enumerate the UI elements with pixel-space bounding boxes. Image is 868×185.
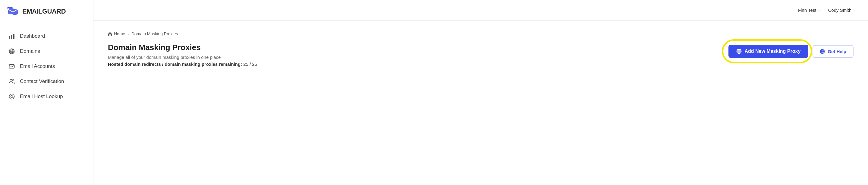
svg-rect-2 (13, 34, 14, 39)
sidebar-item-dashboard[interactable]: Dashboard (0, 29, 93, 44)
workspace-name: Finn Test (798, 7, 816, 13)
envelope-icon (8, 63, 15, 70)
svg-point-12 (11, 96, 13, 98)
globe-add-icon (736, 49, 742, 54)
home-icon (108, 32, 112, 36)
sidebar-item-email-accounts[interactable]: Email Accounts (0, 59, 93, 74)
sidebar-item-email-host-lookup-label: Email Host Lookup (20, 94, 63, 100)
breadcrumb-current: Domain Masking Proxies (131, 31, 178, 36)
svg-point-11 (9, 94, 14, 99)
page-title: Domain Masking Proxies (108, 43, 257, 52)
page-remaining: Hosted domain redirects / domain masking… (108, 61, 257, 67)
sidebar-item-contact-verification[interactable]: Contact Verification (0, 74, 93, 89)
remaining-label: Hosted domain redirects / domain masking… (108, 61, 242, 67)
breadcrumb-home-label: Home (114, 31, 125, 36)
help-globe-icon (820, 49, 825, 54)
main-content: Finn Test ⌄ Cody Smith ⌄ Home › Domain M… (93, 0, 868, 185)
user-menu[interactable]: Cody Smith ⌄ (828, 7, 856, 13)
svg-rect-8 (9, 64, 14, 68)
page-header-right: Add New Masking Proxy Get Help (728, 45, 854, 58)
remaining-value: 25 / 25 (243, 61, 257, 67)
add-masking-proxy-button[interactable]: Add New Masking Proxy (728, 45, 808, 58)
globe-icon (8, 48, 15, 55)
users-icon (8, 78, 15, 85)
sidebar-item-email-host-lookup[interactable]: Email Host Lookup (0, 89, 93, 104)
user-name: Cody Smith (828, 7, 851, 13)
sidebar-nav: Dashboard Domains (0, 23, 93, 110)
sidebar-item-email-accounts-label: Email Accounts (20, 63, 55, 70)
workspace-switcher[interactable]: Finn Test ⌄ (798, 7, 821, 13)
topbar: Finn Test ⌄ Cody Smith ⌄ (93, 0, 868, 21)
breadcrumb-separator: › (127, 32, 129, 36)
page-subtitle: Manage all of your domain masking proxie… (108, 55, 257, 60)
breadcrumb: Home › Domain Masking Proxies (108, 31, 854, 36)
get-help-label: Get Help (828, 49, 846, 54)
bar-chart-icon (8, 33, 15, 39)
sidebar-item-contact-verification-label: Contact Verification (20, 78, 64, 84)
sidebar-item-domains-label: Domains (20, 48, 40, 54)
logo-text: EMAILGUARD (22, 7, 66, 16)
user-chevron-icon: ⌄ (853, 8, 856, 12)
svg-rect-1 (11, 35, 12, 39)
sidebar-item-dashboard-label: Dashboard (20, 33, 45, 39)
page-header-left: Domain Masking Proxies Manage all of you… (108, 43, 257, 67)
get-help-button[interactable]: Get Help (812, 45, 854, 58)
page-content: Home › Domain Masking Proxies Domain Mas… (93, 21, 868, 185)
workspace-chevron-icon: ⌄ (818, 8, 821, 12)
add-masking-proxy-label: Add New Masking Proxy (744, 49, 801, 54)
logo-container: EMAILGUARD (0, 0, 93, 23)
emailguard-logo-icon (7, 7, 19, 16)
svg-rect-0 (9, 36, 10, 39)
svg-point-9 (10, 79, 12, 81)
sidebar-item-domains[interactable]: Domains (0, 44, 93, 59)
sidebar: EMAILGUARD Dashboard (0, 0, 93, 185)
breadcrumb-home-link[interactable]: Home (108, 31, 125, 36)
page-header: Domain Masking Proxies Manage all of you… (108, 43, 854, 67)
svg-point-10 (12, 80, 14, 81)
at-icon (8, 93, 15, 100)
